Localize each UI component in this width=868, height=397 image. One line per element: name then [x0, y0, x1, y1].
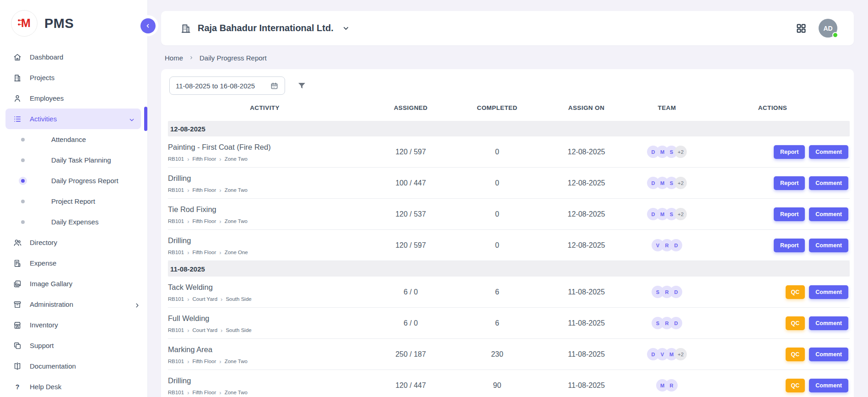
table-row: DrillingRB101›Fifth Floor›Zone One120 / …	[168, 230, 850, 261]
sidebar-item-label: Support	[30, 342, 141, 349]
team-avatar-stack[interactable]: DMS+2	[638, 146, 695, 158]
row-actions: ReportComment	[695, 239, 850, 252]
company-selector[interactable]: Raja Bahadur International Ltd.	[180, 23, 350, 34]
sidebar-item-documentation[interactable]: Documentation	[0, 356, 147, 376]
assign-on-date: 12-08-2025	[534, 210, 638, 218]
table-row: Painting - First Coat (Fire Red)RB101›Fi…	[168, 136, 850, 168]
comment-button[interactable]: Comment	[809, 239, 848, 252]
date-range-input[interactable]: 11-08-2025 to 16-08-2025	[169, 76, 285, 95]
path-separator-icon: ›	[187, 359, 189, 364]
svg-text:M: M	[21, 16, 31, 29]
comment-button[interactable]: Comment	[809, 316, 848, 330]
path-segment: Court Yard	[193, 327, 218, 333]
sidebar-item-directory[interactable]: Directory	[0, 232, 147, 253]
table-body: 12-08-2025Painting - First Coat (Fire Re…	[168, 121, 850, 397]
sidebar-item-label: Expense	[30, 259, 141, 267]
sidebar-item-attendance[interactable]: Attendance	[0, 129, 147, 150]
path-segment: Fifth Floor	[193, 156, 216, 162]
team-avatar-stack[interactable]: DMS+2	[638, 208, 695, 220]
assign-on-date: 11-08-2025	[534, 319, 638, 327]
qc-button[interactable]: QC	[786, 348, 805, 361]
assigned-value: 6 / 0	[361, 288, 460, 296]
path-separator-icon: ›	[187, 187, 189, 193]
sidebar-item-activities[interactable]: Activities	[5, 109, 141, 129]
sidebar-item-help-desk[interactable]: ?Help Desk	[0, 376, 147, 397]
sidebar-item-label: Daily Expenses	[51, 218, 141, 226]
user-avatar[interactable]: AD	[819, 19, 837, 38]
sidebar-item-support[interactable]: Support	[0, 335, 147, 356]
sidebar-item-image-gallary[interactable]: Image Gallary	[0, 273, 147, 294]
sidebar-item-label: Employees	[30, 94, 141, 102]
sidebar-collapse-button[interactable]	[140, 18, 156, 33]
team-avatar-stack[interactable]: SRD	[638, 317, 695, 329]
team-avatar-more[interactable]: +2	[674, 146, 687, 158]
path-segment: Zone Two	[225, 218, 248, 224]
comment-button[interactable]: Comment	[809, 145, 848, 159]
team-avatar-more[interactable]: +2	[674, 208, 687, 220]
header-actions: AD	[796, 19, 837, 38]
column-header-assigned: ASSIGNED	[361, 104, 460, 111]
sidebar-item-inventory[interactable]: Inventory	[0, 315, 147, 335]
path-segment: RB101	[168, 187, 184, 193]
brand-name: PMS	[44, 16, 74, 31]
filter-row: 11-08-2025 to 16-08-2025	[169, 76, 850, 95]
assigned-value: 120 / 537	[361, 210, 460, 218]
people-icon	[13, 238, 22, 247]
table-row: Tie Rod FixingRB101›Fifth Floor›Zone Two…	[168, 199, 850, 230]
sidebar-item-label: Documentation	[30, 362, 141, 370]
column-header-completed: COMPLETED	[460, 104, 534, 111]
report-button[interactable]: Report	[774, 145, 805, 159]
qc-button[interactable]: QC	[786, 379, 805, 392]
sidebar-item-administration[interactable]: Administration	[0, 294, 147, 315]
team-avatar-more[interactable]: +2	[674, 177, 687, 189]
sidebar-item-employees[interactable]: Employees	[0, 88, 147, 109]
online-status-dot	[832, 32, 838, 38]
report-button[interactable]: Report	[774, 239, 805, 252]
team-avatar-more[interactable]: +2	[674, 348, 687, 360]
team-avatar-stack[interactable]: DMS+2	[638, 177, 695, 189]
activity-path: RB101›Fifth Floor›Zone Two	[168, 156, 361, 162]
team-avatar-stack[interactable]: MR	[638, 379, 695, 392]
qc-button[interactable]: QC	[786, 316, 805, 330]
sidebar-item-projects[interactable]: Projects	[0, 67, 147, 88]
comment-button[interactable]: Comment	[809, 379, 848, 392]
sidebar-item-project-report[interactable]: Project Report	[0, 191, 147, 212]
comment-button[interactable]: Comment	[809, 285, 848, 299]
team-avatar-stack[interactable]: DVM+2	[638, 348, 695, 360]
team-avatar: D	[670, 286, 682, 298]
activity-path: RB101›Fifth Floor›Zone Two	[168, 187, 361, 193]
table-row: Tack WeldingRB101›Court Yard›South Side6…	[168, 277, 850, 308]
sidebar-item-label: Inventory	[30, 321, 141, 329]
comment-button[interactable]: Comment	[809, 348, 848, 361]
apps-grid-icon[interactable]	[796, 23, 807, 34]
report-button[interactable]: Report	[774, 207, 805, 221]
path-segment: RB101	[168, 390, 184, 395]
team-avatar-stack[interactable]: SRD	[638, 286, 695, 298]
sidebar-item-daily-progress-report[interactable]: Daily Progress Report	[0, 170, 147, 191]
breadcrumb-home[interactable]: Home	[165, 54, 183, 62]
breadcrumb: Home Daily Progress Report	[165, 53, 868, 63]
team-avatar-stack[interactable]: VRD	[638, 239, 695, 251]
column-header-activity: ACTIVITY	[168, 104, 361, 111]
qc-button[interactable]: QC	[786, 285, 805, 299]
sidebar-item-daily-expenses[interactable]: Daily Expenses	[0, 212, 147, 232]
assign-on-date: 11-08-2025	[534, 350, 638, 359]
assigned-value: 120 / 597	[361, 241, 460, 250]
bullet-icon	[21, 200, 25, 203]
comment-button[interactable]: Comment	[809, 176, 848, 190]
path-separator-icon: ›	[187, 327, 189, 333]
path-separator-icon: ›	[219, 218, 221, 224]
comment-button[interactable]: Comment	[809, 207, 848, 221]
path-segment: Zone One	[225, 250, 248, 255]
row-actions: ReportComment	[695, 207, 850, 221]
report-button[interactable]: Report	[774, 176, 805, 190]
activity-path: RB101›Court Yard›South Side	[168, 296, 361, 302]
sidebar-item-expense[interactable]: Expense	[0, 253, 147, 273]
path-separator-icon: ›	[187, 218, 189, 224]
sidebar-item-label: Directory	[30, 239, 141, 246]
home-icon	[13, 53, 22, 62]
sidebar-item-daily-task-planning[interactable]: Daily Task Planning	[0, 150, 147, 170]
sidebar-item-dashboard[interactable]: Dashboard	[0, 47, 147, 67]
list-icon	[13, 114, 22, 124]
filter-funnel-icon[interactable]	[297, 81, 307, 91]
